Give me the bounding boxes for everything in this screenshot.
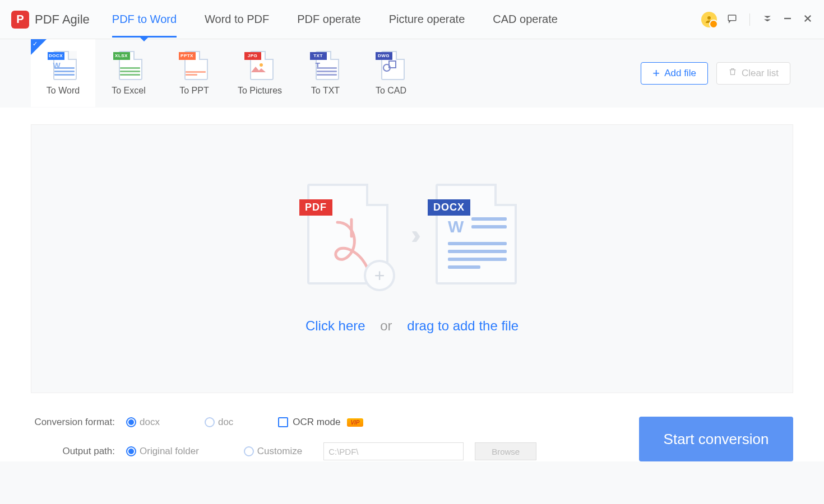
dwg-file-icon: DWG	[378, 51, 405, 80]
plus-icon: +	[652, 66, 660, 81]
separator	[749, 13, 750, 26]
user-avatar-icon[interactable]	[701, 12, 717, 27]
radio-docx[interactable]: docx	[126, 417, 160, 428]
radio-doc[interactable]: doc	[205, 417, 233, 428]
close-icon[interactable]	[803, 13, 813, 26]
jpg-file-icon: JPG	[247, 51, 274, 80]
svg-point-0	[707, 16, 711, 20]
conv-tab-to-pictures[interactable]: JPG To Pictures	[228, 39, 292, 107]
minimize-icon[interactable]	[783, 13, 793, 26]
output-path-label: Output path:	[31, 446, 115, 457]
conv-tab-label: To PPT	[179, 86, 209, 96]
radio-original-folder[interactable]: Original folder	[126, 446, 199, 457]
conversion-tabs: DOCXW To Word XLSX To Excel PPTX To PPT …	[31, 39, 424, 107]
start-conversion-button[interactable]: Start conversion	[639, 417, 793, 461]
conv-tab-to-excel[interactable]: XLSX To Excel	[96, 39, 161, 107]
pptx-file-icon: PPTX	[181, 51, 208, 80]
clear-list-button[interactable]: Clear list	[716, 62, 790, 85]
menu-dropdown-icon[interactable]	[762, 13, 772, 26]
clear-list-label: Clear list	[742, 68, 779, 79]
file-dropzone[interactable]: PDF + ›› DOCX W Click here or drag to ad…	[31, 124, 793, 393]
txt-file-icon: TXTT	[312, 51, 339, 80]
feedback-icon[interactable]	[727, 13, 737, 26]
format-row: Conversion format: docx doc OCR mode	[31, 417, 639, 428]
top-bar: P PDF Agile PDF to Word Word to PDF PDF …	[0, 0, 824, 39]
browse-button[interactable]: Browse	[475, 442, 536, 460]
trash-icon	[728, 67, 737, 79]
format-label: Conversion format:	[31, 417, 115, 428]
tab-cad-operate[interactable]: CAD operate	[493, 2, 558, 37]
conv-tab-to-ppt[interactable]: PPTX To PPT	[162, 39, 226, 107]
conv-tab-to-txt[interactable]: TXTT To TXT	[293, 39, 358, 107]
conversion-toolbar: DOCXW To Word XLSX To Excel PPTX To PPT …	[0, 39, 824, 108]
add-file-button[interactable]: + Add file	[641, 62, 708, 85]
tab-pdf-to-word[interactable]: PDF to Word	[112, 2, 177, 37]
radio-customize[interactable]: Customize	[244, 446, 302, 457]
dropzone-graphic: PDF + ›› DOCX W	[307, 184, 517, 284]
pdf-source-icon: PDF +	[307, 184, 388, 284]
conv-tab-to-word[interactable]: DOCXW To Word	[31, 39, 95, 107]
conv-tab-to-cad[interactable]: DWG To CAD	[359, 39, 423, 107]
drag-text: drag to add the file	[407, 318, 519, 333]
vip-badge-icon	[347, 418, 363, 427]
dropzone-text: Click here or drag to add the file	[305, 318, 519, 334]
checkbox-ocr-mode[interactable]: OCR mode	[278, 417, 363, 428]
add-file-label: Add file	[664, 68, 696, 79]
output-path-row: Output path: Original folder Customize B…	[31, 442, 639, 460]
conv-tab-label: To TXT	[311, 86, 340, 96]
svg-rect-1	[728, 15, 736, 21]
options-panel: Conversion format: docx doc OCR mode Out…	[0, 404, 824, 461]
window-controls	[701, 12, 813, 27]
conv-tab-label: To Word	[47, 86, 80, 96]
logo-icon: P	[11, 11, 29, 29]
app-title: PDF Agile	[35, 12, 90, 27]
add-circle-icon: +	[364, 260, 395, 291]
tab-pdf-operate[interactable]: PDF operate	[297, 2, 360, 37]
conv-tab-label: To CAD	[376, 86, 406, 96]
conv-tab-label: To Excel	[112, 86, 145, 96]
tab-picture-operate[interactable]: Picture operate	[389, 2, 465, 37]
app-logo: P PDF Agile	[11, 11, 90, 29]
xlsx-file-icon: XLSX	[115, 51, 142, 80]
docx-target-icon: DOCX W	[436, 184, 517, 284]
main-tabs: PDF to Word Word to PDF PDF operate Pict…	[112, 2, 701, 37]
click-here-link[interactable]: Click here	[305, 318, 365, 333]
tab-word-to-pdf[interactable]: Word to PDF	[205, 2, 269, 37]
arrow-right-icon: ››	[411, 219, 413, 250]
docx-file-icon: DOCXW	[50, 51, 77, 80]
content-area: PDF + ›› DOCX W Click here or drag to ad…	[0, 108, 824, 404]
conv-tab-label: To Pictures	[238, 86, 282, 96]
output-path-input[interactable]	[323, 442, 464, 460]
svg-point-5	[260, 63, 263, 67]
